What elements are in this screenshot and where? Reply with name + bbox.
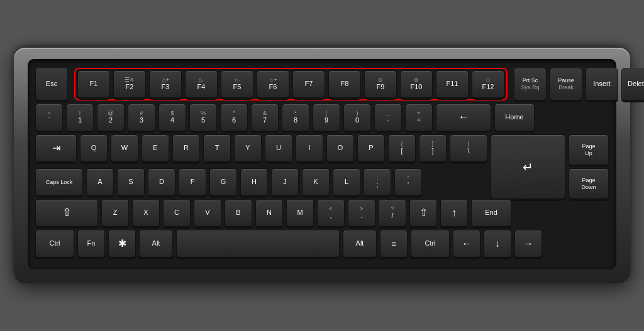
key-fn[interactable]: Fn (77, 230, 105, 258)
key-d[interactable]: D (148, 168, 175, 196)
key-f8[interactable]: F8 (328, 70, 361, 98)
fkey-highlighted-box: F1 ☰✕ F2 △+ F3 △- F4 ☼- F5 (74, 68, 508, 100)
key-u[interactable]: U (265, 134, 292, 162)
key-rshift-arrow[interactable]: ⇧ (409, 199, 437, 227)
key-h[interactable]: H (240, 168, 268, 196)
key-k[interactable]: K (302, 168, 330, 196)
row-numbers: ~ ` ! 1 @ 2 # 3 $ 4 % 5 (35, 104, 609, 131)
key-j[interactable]: J (271, 168, 299, 196)
key-equals[interactable]: + = (405, 104, 433, 131)
key-rctrl[interactable]: Ctrl (411, 230, 450, 258)
nav-col-right: PageUp PageDown (569, 134, 609, 199)
row-asdf: Caps Lock A S D F G H J K L : ; " (35, 168, 487, 196)
key-i[interactable]: I (296, 134, 323, 162)
key-end[interactable]: End (471, 199, 511, 227)
key-delete[interactable]: Delete (621, 68, 644, 100)
key-prtsc[interactable]: Prt Sc Sys Rq (514, 68, 547, 100)
key-ralt[interactable]: Alt (343, 230, 377, 258)
key-8[interactable]: * 8 (282, 104, 309, 131)
key-left[interactable]: ← (453, 230, 480, 258)
key-pause[interactable]: Pause Break (550, 68, 582, 100)
key-0[interactable]: ) 0 (343, 104, 371, 131)
key-q[interactable]: Q (80, 134, 108, 162)
key-5[interactable]: % 5 (189, 104, 217, 131)
key-c[interactable]: C (163, 199, 191, 227)
key-f11[interactable]: F11 (436, 70, 469, 98)
key-esc[interactable]: Esc (35, 68, 68, 100)
key-up[interactable]: ↑ (440, 199, 468, 227)
rows-middle: ⇥ Q W E R T Y U I O P { [ } (35, 134, 609, 199)
key-z[interactable]: Z (101, 199, 129, 227)
row-zxcv: ⇧ Z X C V B N M < , > . ? / ⇧ ↑ End (35, 199, 609, 227)
key-7[interactable]: & 7 (251, 104, 279, 131)
key-close-bracket[interactable]: } ] (419, 134, 447, 162)
key-v[interactable]: V (194, 199, 221, 227)
key-backslash[interactable]: | \ (450, 134, 487, 162)
key-quote[interactable]: " ' (394, 168, 422, 196)
rows-left: ⇥ Q W E R T Y U I O P { [ } (35, 134, 487, 199)
key-f2[interactable]: ☰✕ F2 (113, 70, 146, 98)
key-f4[interactable]: △- F4 (185, 70, 218, 98)
key-space[interactable] (176, 230, 340, 258)
key-minus[interactable]: _ - (374, 104, 402, 131)
key-win[interactable]: ✱ (108, 230, 136, 258)
key-f1[interactable]: F1 (77, 70, 110, 98)
key-x[interactable]: X (132, 199, 160, 227)
key-backspace[interactable]: ← (436, 104, 491, 131)
key-open-bracket[interactable]: { [ (388, 134, 416, 162)
key-f3[interactable]: △+ F3 (149, 70, 182, 98)
key-1[interactable]: ! 1 (66, 104, 94, 131)
key-period[interactable]: > . (348, 199, 375, 227)
key-menu[interactable]: ≡ (380, 230, 408, 258)
row-bottom: Ctrl Fn ✱ Alt Alt ≡ Ctrl ← ↓ → (35, 230, 609, 258)
key-f[interactable]: F (179, 168, 206, 196)
key-f5[interactable]: ☼- F5 (221, 70, 253, 98)
key-6[interactable]: ^ 6 (220, 104, 248, 131)
row-qwerty: ⇥ Q W E R T Y U I O P { [ } (35, 134, 487, 162)
key-a[interactable]: A (86, 168, 114, 196)
key-down[interactable]: ↓ (484, 230, 511, 258)
key-comma[interactable]: < , (317, 199, 345, 227)
keyboard: Esc F1 ☰✕ F2 △+ F3 △- F4 (28, 59, 616, 269)
key-3[interactable]: # 3 (128, 104, 155, 131)
key-t[interactable]: T (203, 134, 231, 162)
key-lshift[interactable]: ⇧ (35, 199, 98, 227)
key-semicolon[interactable]: : ; (364, 168, 391, 196)
key-2[interactable]: @ 2 (97, 104, 125, 131)
key-lctrl[interactable]: Ctrl (35, 230, 74, 258)
key-y[interactable]: Y (234, 134, 262, 162)
key-w[interactable]: W (111, 134, 138, 162)
key-slash[interactable]: ? / (379, 199, 406, 227)
keyboard-wrap: Esc F1 ☰✕ F2 △+ F3 △- F4 (14, 48, 630, 283)
key-f7[interactable]: F7 (292, 70, 325, 98)
key-f6[interactable]: ☼+ F6 (257, 70, 289, 98)
key-p[interactable]: P (357, 134, 385, 162)
key-tab[interactable]: ⇥ (35, 134, 77, 162)
key-f12[interactable]: □ F12 (472, 70, 504, 98)
key-4[interactable]: $ 4 (158, 104, 186, 131)
key-m[interactable]: M (286, 199, 314, 227)
key-r[interactable]: R (172, 134, 200, 162)
key-9[interactable]: ( 9 (313, 104, 340, 131)
key-n[interactable]: N (255, 199, 283, 227)
key-g[interactable]: G (209, 168, 237, 196)
key-e[interactable]: E (142, 134, 169, 162)
key-pagedown[interactable]: PageDown (569, 168, 609, 199)
key-f10[interactable]: ⊕ F10 (400, 70, 433, 98)
row-function: Esc F1 ☰✕ F2 △+ F3 △- F4 (35, 68, 609, 100)
key-lalt[interactable]: Alt (139, 230, 173, 258)
key-s[interactable]: S (117, 168, 145, 196)
key-backtick[interactable]: ~ ` (35, 104, 63, 131)
key-enter[interactable]: ↵ (491, 134, 565, 199)
key-pageup[interactable]: PageUp (569, 134, 609, 165)
key-home[interactable]: Home (494, 104, 535, 131)
key-insert[interactable]: Insert (586, 68, 618, 100)
key-b[interactable]: B (225, 199, 252, 227)
key-capslock[interactable]: Caps Lock (35, 168, 83, 196)
key-l[interactable]: L (333, 168, 360, 196)
key-right[interactable]: → (514, 230, 542, 258)
key-f9[interactable]: ⊖ F9 (364, 70, 397, 98)
key-o[interactable]: O (326, 134, 354, 162)
